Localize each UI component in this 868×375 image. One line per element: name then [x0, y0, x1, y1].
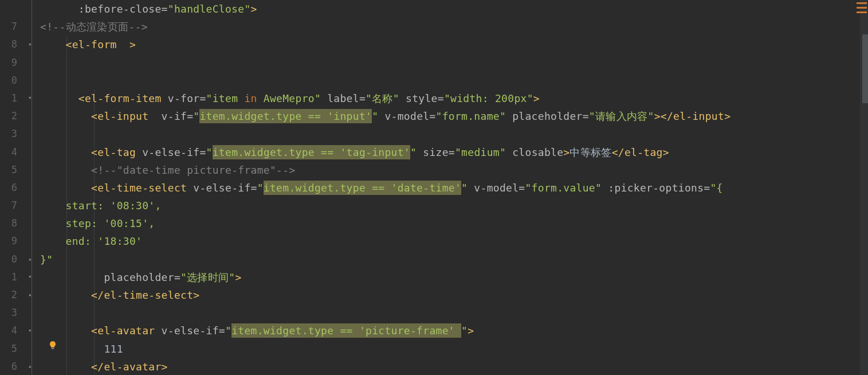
line-number: 5 [0, 340, 17, 358]
line-number-gutter: 7 8 9 0 1 2 3 4 5 6 7 8 9 0 1 2 3 4 5 6 [0, 0, 28, 375]
code-line: <el-avatar v-else-if="item.widget.type =… [40, 322, 868, 339]
line-number: 6 [0, 358, 17, 375]
code-line: <el-time-select v-else-if="item.widget.t… [40, 179, 868, 197]
line-number: 8 [0, 214, 17, 232]
code-editor[interactable]: 7 8 9 0 1 2 3 4 5 6 7 8 9 0 1 2 3 4 5 6 … [0, 0, 868, 375]
line-number: 9 [0, 54, 17, 72]
line-number: 1 [0, 89, 17, 107]
line-number: 2 [0, 286, 17, 304]
scrollbar-mark [857, 2, 867, 4]
code-line [40, 72, 868, 89]
fold-toggle[interactable]: ▾ [28, 273, 36, 281]
code-line: <el-tag v-else-if="item.widget.type == '… [40, 143, 868, 161]
line-number: 2 [0, 107, 17, 125]
scrollbar-track[interactable] [860, 0, 868, 375]
fold-toggle[interactable]: ▴ [28, 291, 36, 299]
fold-toggle[interactable]: ▾ [28, 94, 36, 102]
code-line: </el-avatar> [40, 358, 868, 375]
code-area[interactable]: :before-close="handleClose"> <!--动态渲染页面-… [40, 0, 868, 375]
fold-column: ▾ ▾ ▴ ▾ ▴ ▾ ▴ [28, 0, 40, 375]
code-line [40, 304, 868, 322]
line-number: 4 [0, 143, 17, 161]
code-line: }" [40, 251, 868, 268]
line-number: 5 [0, 161, 17, 179]
fold-toggle[interactable]: ▾ [28, 41, 36, 49]
line-number: 0 [0, 72, 17, 89]
code-line: step: '00:15', [40, 214, 868, 232]
scrollbar-thumb[interactable] [862, 34, 868, 103]
line-number: 8 [0, 36, 17, 53]
line-number: 0 [0, 251, 17, 268]
line-number: 9 [0, 232, 17, 250]
scrollbar-mark [857, 7, 867, 9]
code-line: <!--"date-time picture-frame"--> [40, 161, 868, 179]
line-number [0, 0, 17, 18]
line-number: 3 [0, 125, 17, 143]
code-line [40, 125, 868, 143]
code-line [40, 54, 868, 72]
code-line: 111 [40, 340, 868, 358]
line-number: 7 [0, 197, 17, 214]
code-line: </el-time-select> [40, 286, 868, 304]
fold-toggle[interactable]: ▾ [28, 327, 36, 335]
line-number: 6 [0, 179, 17, 197]
scrollbar-mark [857, 11, 867, 13]
line-number: 3 [0, 304, 17, 322]
code-line: :before-close="handleClose"> [40, 0, 868, 18]
code-line: <el-form-item v-for="item in AweMepro" l… [40, 89, 868, 107]
svg-rect-0 [52, 348, 54, 349]
fold-toggle[interactable]: ▴ [28, 362, 36, 370]
code-line: <!--动态渲染页面--> [40, 18, 868, 36]
line-number: 7 [0, 18, 17, 36]
lightbulb-icon[interactable] [48, 340, 57, 349]
code-line: placeholder="选择时间"> [40, 268, 868, 286]
code-line: end: '18:30' [40, 232, 868, 250]
line-number: 4 [0, 322, 17, 339]
fold-toggle[interactable]: ▴ [28, 255, 36, 263]
code-line: <el-form > [40, 36, 868, 53]
code-line: start: '08:30', [40, 197, 868, 214]
line-number: 1 [0, 268, 17, 286]
code-line: <el-input v-if="item.widget.type == 'inp… [40, 107, 868, 125]
